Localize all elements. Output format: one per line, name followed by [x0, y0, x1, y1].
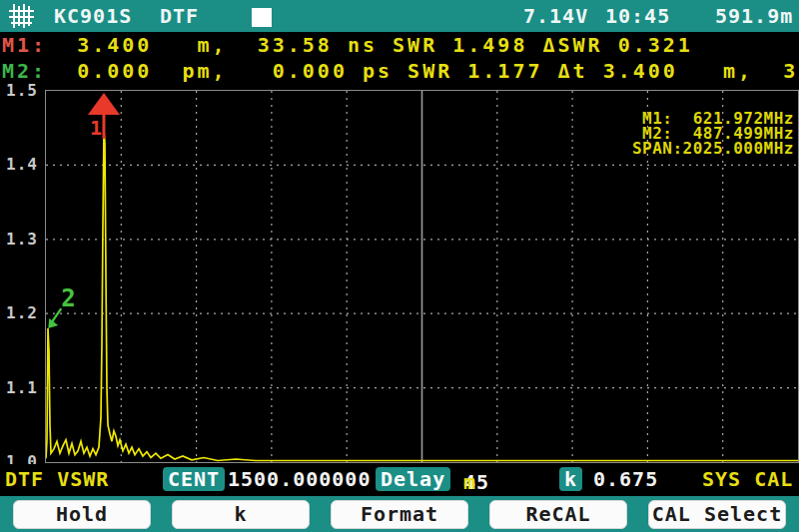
device-screen: KC901S DTF 7.14V 10:45 591.9m M1: 3.400 … — [0, 0, 799, 532]
svg-text:1: 1 — [90, 116, 102, 140]
y-tick-label: 1.5 — [0, 81, 38, 100]
marker-frequency-info-box: M1: 621.972MHz M2: 487.499MHz SPAN:2025.… — [632, 111, 794, 156]
softkey-cal-select[interactable]: CAL Select — [648, 500, 786, 529]
marker2-values: 0.000 pm, 0.000 ps SWR 1.177 Δt 3.400 m,… — [47, 59, 799, 83]
model-name: KC901S — [54, 4, 132, 28]
k-factor-field-label[interactable]: k — [559, 467, 582, 491]
range-readout: 591.9m — [715, 4, 793, 28]
sweep-status-indicator — [252, 8, 272, 27]
marker2-label: M2: — [2, 59, 47, 83]
center-frequency-field-label[interactable]: CENT — [163, 467, 225, 491]
y-tick-label: 1.3 — [0, 230, 38, 249]
marker-readout: M1: 3.400 m, 33.58 ns SWR 1.498 ΔSWR 0.3… — [0, 32, 799, 84]
marker1-label: M1: — [2, 33, 47, 57]
clock: 10:45 — [605, 4, 670, 28]
y-tick-label: 1.1 — [0, 378, 38, 397]
marker1-values: 3.400 m, 33.58 ns SWR 1.498 ΔSWR 0.321 — [47, 33, 693, 57]
k-factor-value: 0.675 — [593, 467, 658, 491]
delay-field-label[interactable]: Delay — [376, 467, 450, 491]
svg-text:2: 2 — [61, 284, 75, 312]
measure-mode-label: DTF VSWR — [5, 467, 109, 491]
marker1-readout-row: M1: 3.400 m, 33.58 ns SWR 1.498 ΔSWR 0.3… — [2, 33, 693, 59]
chart-region: 1.51.41.31.21.11.0 12 M1: 621.972MHz M2:… — [0, 84, 799, 464]
delay-unit: m — [463, 470, 476, 494]
softkey-format[interactable]: Format — [331, 500, 468, 529]
center-frequency-value: 1500.000000 — [228, 467, 371, 491]
y-tick-label: 1.2 — [0, 303, 38, 322]
status-bar: DTF VSWR CENT 1500.000000 Delay 45m k 0.… — [0, 464, 799, 496]
marker2-readout-row: M2: 0.000 pm, 0.000 ps SWR 1.177 Δt 3.40… — [2, 59, 799, 85]
softkey-hold[interactable]: Hold — [13, 500, 151, 529]
y-tick-label: 1.4 — [0, 155, 38, 174]
softkey-recal[interactable]: ReCAL — [489, 500, 627, 529]
y-axis-labels: 1.51.41.31.21.11.0 — [0, 84, 42, 464]
mode-title: DTF — [160, 4, 199, 28]
battery-voltage: 7.14V — [523, 4, 588, 28]
marker1-arrow-icon — [88, 93, 120, 115]
brand-logo-icon — [8, 3, 44, 29]
softkey-bar: Hold k Format ReCAL CAL Select — [0, 496, 799, 532]
calibration-status: SYS CAL — [702, 467, 793, 491]
softkey-k[interactable]: k — [172, 500, 310, 529]
header-bar: KC901S DTF 7.14V 10:45 591.9m — [0, 0, 799, 32]
plot-area: 12 M1: 621.972MHz M2: 487.499MHz SPAN:20… — [45, 90, 799, 463]
